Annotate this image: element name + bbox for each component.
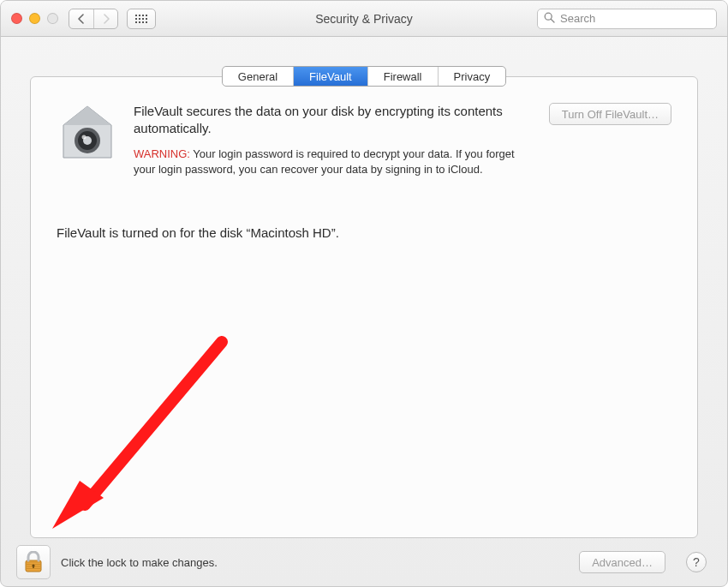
- svg-point-5: [82, 135, 87, 140]
- lock-icon: [24, 551, 43, 573]
- filevault-warning: WARNING: Your login password is required…: [134, 147, 534, 177]
- system-preferences-window: Security & Privacy General FileVault Fir…: [0, 0, 728, 587]
- nav-back-button[interactable]: [69, 9, 93, 28]
- minimize-window-button[interactable]: [29, 13, 40, 24]
- lock-help-text: Click the lock to make changes.: [61, 556, 218, 569]
- window-controls: [11, 13, 58, 24]
- help-button[interactable]: ?: [686, 552, 707, 572]
- zoom-window-button[interactable]: [47, 13, 58, 24]
- title-bar: Security & Privacy: [1, 1, 727, 37]
- search-icon: [544, 12, 555, 26]
- nav-back-forward: [69, 9, 118, 29]
- svg-rect-7: [26, 562, 41, 563]
- filevault-icon: [57, 103, 118, 165]
- svg-rect-12: [33, 566, 34, 568]
- search-field-wrap: [537, 9, 717, 29]
- turn-off-filevault-button[interactable]: Turn Off FileVault…: [549, 103, 671, 125]
- filevault-text-block: FileVault secures the data on your disk …: [134, 103, 534, 177]
- filevault-header-row: FileVault secures the data on your disk …: [57, 103, 671, 177]
- filevault-status: FileVault is turned on for the disk “Mac…: [57, 225, 671, 240]
- tab-general[interactable]: General: [223, 67, 293, 86]
- grid-icon: [135, 15, 147, 23]
- tab-filevault[interactable]: FileVault: [293, 67, 367, 86]
- advanced-button[interactable]: Advanced…: [579, 551, 665, 573]
- svg-line-1: [551, 19, 554, 22]
- filevault-description: FileVault secures the data on your disk …: [134, 103, 534, 138]
- chevron-right-icon: [103, 14, 110, 24]
- tab-firewall[interactable]: Firewall: [367, 67, 438, 86]
- tab-group: General FileVault Firewall Privacy: [222, 66, 506, 87]
- footer-bar: Click the lock to make changes. Advanced…: [1, 538, 727, 586]
- tab-bar: General FileVault Firewall Privacy: [1, 66, 727, 87]
- show-all-button[interactable]: [127, 9, 156, 29]
- tab-privacy[interactable]: Privacy: [438, 67, 506, 86]
- close-window-button[interactable]: [11, 13, 22, 24]
- chevron-left-icon: [78, 14, 85, 24]
- warning-label: WARNING:: [134, 147, 190, 160]
- nav-forward-button[interactable]: [93, 9, 117, 28]
- filevault-panel: FileVault secures the data on your disk …: [30, 76, 698, 538]
- lock-button[interactable]: [16, 545, 51, 579]
- search-input[interactable]: [537, 9, 717, 29]
- svg-rect-10: [26, 568, 41, 569]
- warning-text: Your login password is required to decry…: [134, 147, 515, 176]
